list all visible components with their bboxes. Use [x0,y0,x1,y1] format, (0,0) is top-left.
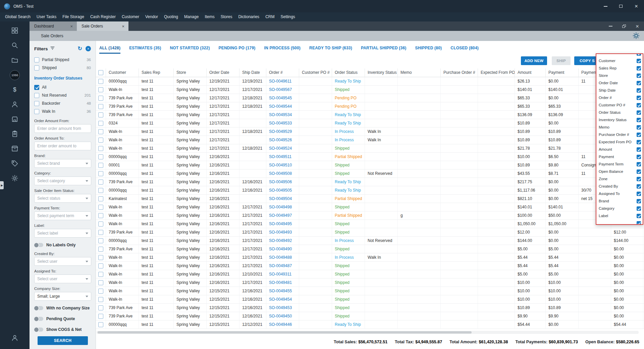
column-option-payment[interactable]: Payment [596,153,643,160]
menu-item-cash-register[interactable]: Cash Register [87,12,119,21]
menu-item-stores[interactable]: Stores [218,12,235,21]
payment-term-select[interactable]: Select payment term [34,211,91,220]
column-checkbox[interactable] [637,133,641,137]
company-size-select[interactable]: Small; Large [34,292,91,301]
brand-select[interactable]: Select brand [34,159,91,168]
row-checkbox[interactable] [98,322,103,327]
status-tab-partial-shipped-36[interactable]: PARTIAL SHIPPED (36) [361,43,407,54]
column-checkbox[interactable] [637,177,641,181]
row-checkbox[interactable] [98,263,103,268]
checkbox[interactable] [34,85,39,90]
cell-order-number[interactable]: SO-0049567 [266,86,299,94]
menu-item-global-search[interactable]: Global Search [2,12,34,21]
table-row[interactable]: Walk-Intest 11Spring Valley12/17/202112/… [96,128,644,136]
menu-item-quoting[interactable]: Quoting [161,12,181,21]
tab-close-icon[interactable]: × [69,24,73,29]
column-header-order-date[interactable]: Order Date [207,68,239,77]
row-checkbox[interactable] [98,121,103,126]
column-option-ship-date[interactable]: Ship Date [596,87,643,94]
cell-order-number[interactable]: SO-0049534 [266,111,299,119]
cell-order-number[interactable]: SO-0049488 [266,253,299,261]
sidebar-item-inventory[interactable] [8,143,21,155]
cell-order-number[interactable]: SO-0049504 [266,195,299,203]
cell-order-number[interactable]: SO-0049611 [266,77,299,85]
column-checkbox[interactable] [637,169,641,174]
table-row[interactable]: 00000qqqtest 11Spring Valley12/16/2021SO… [96,153,644,161]
table-row[interactable]: 739 Park Avetest 11Spring Valley12/17/20… [96,102,644,111]
column-header-sales-rep[interactable]: Sales Rep [139,68,174,77]
row-checkbox[interactable] [98,87,103,92]
horizontal-scrollbar[interactable] [97,331,639,334]
status-tab-closed-804[interactable]: CLOSED (804) [450,43,479,54]
cell-order-number[interactable]: SO-0049453 [266,304,299,312]
cell-order-number[interactable]: SO-0049498 [266,203,299,211]
cell-order-number[interactable]: SO-0049524 [266,144,299,152]
sidebar-item-cash-register[interactable]: $ [8,84,21,96]
column-option-sales-rep[interactable]: Sales Rep [596,64,643,72]
column-header-amount[interactable]: Amount [515,68,546,77]
sidebar-item-tasks[interactable] [8,128,21,140]
toggle-no-labels-only[interactable] [34,243,43,247]
toggle-with-no-company-size[interactable] [34,306,43,310]
checkbox[interactable] [34,57,39,62]
table-row[interactable]: 739 Park Avetest 11Spring Valley12/15/20… [96,304,644,312]
status-tab-all-1428[interactable]: ALL (1428) [99,43,120,54]
sidebar-item-search[interactable] [8,40,21,52]
cell-order-number[interactable]: SO-0049455 [266,287,299,295]
cell-order-number[interactable]: SO-0049526 [266,136,299,144]
column-checkbox[interactable] [637,214,641,218]
table-row[interactable]: 739 Park Avetest 11Spring Valley12/16/20… [96,245,644,253]
column-checkbox[interactable] [637,96,641,100]
column-option-partial[interactable] [596,219,643,225]
column-checkbox[interactable] [637,103,641,107]
row-checkbox[interactable] [98,297,103,302]
row-checkbox[interactable] [98,280,103,285]
table-row[interactable]: Walk-Intest 11Spring Valley12/16/202112/… [96,253,644,262]
table-row[interactable]: Walk-Intest 11Spring Valley12/15/202112/… [96,287,644,295]
row-checkbox[interactable] [98,221,103,227]
status-tab-in-process-500[interactable]: IN PROCESS (500) [264,43,301,54]
checkbox[interactable] [34,65,39,70]
status-tab-estimates-35[interactable]: ESTIMATES (35) [129,43,161,54]
column-option-amount[interactable]: Amount [596,146,643,153]
checkbox[interactable] [34,93,39,98]
cell-order-number[interactable]: SO-0049545 [266,94,299,102]
column-header-order-number[interactable]: Order # [266,68,299,77]
column-option-partial[interactable] [596,53,643,57]
table-row[interactable]: 00000qqqtest 11Spring Valley12/15/202112… [96,320,644,329]
column-chooser-gear-button[interactable] [633,32,640,40]
sidebar-item-labels[interactable] [8,158,21,170]
toggle-pending-quote[interactable] [34,317,43,321]
cell-order-number[interactable]: SO-0049490 [266,245,299,253]
menu-item-customer[interactable]: Customer [119,12,142,21]
row-checkbox[interactable] [98,146,103,151]
column-header-inventory-status[interactable]: Inventory Status [365,68,398,77]
row-checkbox[interactable] [98,272,103,277]
row-checkbox[interactable] [98,230,103,235]
table-row[interactable]: 0324test 11Spring Valley12/17/2021SO-004… [96,119,644,128]
assigned-to-select[interactable]: Select user [34,275,91,283]
cell-order-number[interactable]: SO-0049493 [266,228,299,236]
row-checkbox[interactable] [98,138,103,143]
doc-tab-sale-orders[interactable]: Sale Orders× [77,21,128,31]
column-option-zone[interactable]: Zone [596,175,643,183]
column-option-open-balance[interactable]: Open Balance [596,168,643,175]
column-header-expected-from-po[interactable]: Expected From PO [478,68,515,77]
search-button[interactable]: SEARCH [38,336,88,345]
column-checkbox[interactable] [637,221,641,225]
row-checkbox[interactable] [98,255,103,260]
status-tab-shipped-80[interactable]: SHIPPED (80) [415,43,442,54]
column-option-order[interactable]: Order # [596,94,643,101]
column-header-store[interactable]: Store [174,68,207,77]
table-row[interactable]: Walk-Intest 11Spring Valley12/16/202112/… [96,262,644,270]
row-checkbox[interactable] [98,79,103,84]
table-row[interactable]: 00000qqqtest 11Spring Valley12/16/202112… [96,186,644,195]
column-option-purchase-order[interactable]: Purchase Order # [596,131,643,138]
checkbox[interactable] [34,101,39,106]
column-option-category[interactable]: Category [596,205,643,212]
column-checkbox[interactable] [637,66,641,70]
column-header-customer[interactable]: Customer [106,68,139,77]
column-checkbox[interactable] [637,147,641,152]
cell-order-number[interactable]: SO-0049506 [266,178,299,186]
doc-tab-dashboard[interactable]: Dashboard× [30,21,77,31]
